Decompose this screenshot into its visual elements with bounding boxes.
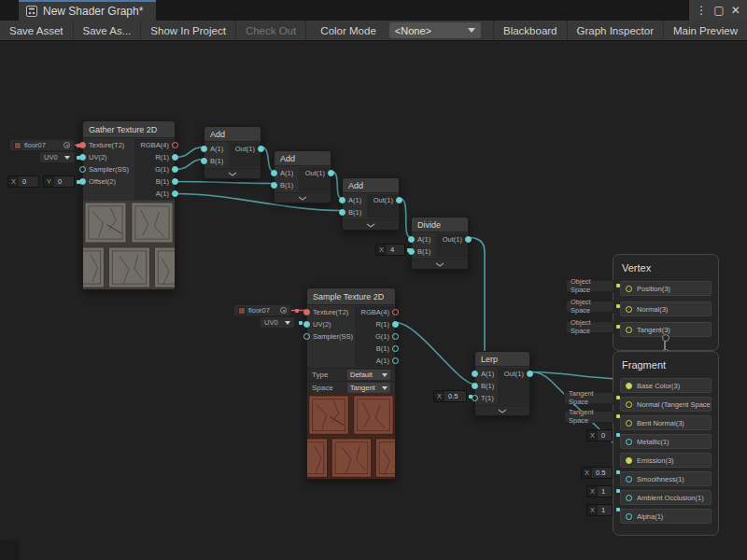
field-value[interactable]: 0: [598, 430, 612, 441]
vertex-normal-block[interactable]: Normal(3): [620, 301, 712, 316]
port-texture-input[interactable]: [303, 309, 310, 315]
port-metallic-input[interactable]: [626, 439, 632, 445]
port-position-input[interactable]: [626, 286, 632, 292]
node-divide[interactable]: Divide A(1) B(1) Out(1): [411, 217, 469, 270]
save-asset-button[interactable]: Save Asset: [0, 21, 73, 40]
port-rgba-output[interactable]: [392, 309, 399, 315]
port-uv-input[interactable]: [303, 321, 310, 328]
fragment-bent-normal-block[interactable]: Bent Normal(3): [620, 415, 712, 430]
port-a-input[interactable]: [408, 236, 415, 243]
field-value[interactable]: 4: [387, 245, 404, 255]
node-collapse-strip[interactable]: [204, 168, 261, 178]
node-collapse-strip[interactable]: [275, 192, 331, 203]
port-b-input[interactable]: [271, 182, 277, 189]
port-b-output[interactable]: [172, 178, 178, 185]
object-picker-icon[interactable]: [63, 142, 70, 148]
port-base-color-input[interactable]: [626, 383, 632, 389]
port-a-output[interactable]: [392, 357, 399, 364]
port-tangent-input[interactable]: [626, 327, 632, 333]
node-collapse-strip[interactable]: [412, 259, 468, 269]
tab-shader-graph[interactable]: New Shader Graph*: [19, 0, 156, 21]
node-lerp[interactable]: Lerp A(1) B(1) T(1) Out(1): [474, 351, 530, 416]
port-out-output[interactable]: [258, 146, 264, 152]
offset-x-field[interactable]: X 0: [7, 175, 39, 188]
metallic-field[interactable]: X 0: [586, 429, 613, 441]
port-a-input[interactable]: [472, 371, 478, 377]
port-t-input[interactable]: [472, 395, 478, 401]
ambient-occlusion-field[interactable]: X 1: [586, 485, 613, 497]
port-g-output[interactable]: [172, 166, 178, 173]
node-add-1[interactable]: Add A(1) B(1) Out(1): [204, 126, 261, 179]
port-a-input[interactable]: [271, 170, 277, 176]
smoothness-field[interactable]: X 0.5: [581, 467, 613, 479]
close-icon[interactable]: ✕: [731, 4, 740, 17]
fragment-ambient-occlusion-block[interactable]: Ambient Occlusion(1): [620, 490, 712, 505]
alpha-field[interactable]: X 1: [586, 504, 613, 516]
show-in-project-button[interactable]: Show In Project: [141, 21, 235, 40]
divide-b-field[interactable]: X 4: [375, 244, 405, 256]
main-preview-button[interactable]: Main Preview: [664, 21, 747, 40]
port-b-input[interactable]: [201, 158, 207, 164]
type-dropdown[interactable]: Default: [347, 370, 390, 380]
graph-inspector-button[interactable]: Graph Inspector: [568, 21, 663, 40]
kebab-menu-icon[interactable]: ⋮: [696, 4, 707, 17]
uv-channel-dropdown[interactable]: UV0: [39, 151, 75, 163]
uv-channel-dropdown[interactable]: UV0: [260, 316, 295, 329]
object-picker-icon[interactable]: [280, 307, 287, 314]
fragment-context-block[interactable]: Fragment Base Color(3) Normal (Tangent S…: [613, 351, 719, 536]
port-texture-input[interactable]: [79, 142, 86, 148]
field-value[interactable]: 0.5: [444, 391, 466, 401]
port-sampler-input[interactable]: [303, 333, 310, 340]
port-ambient-occlusion-input[interactable]: [626, 495, 632, 501]
port-emission-input[interactable]: [626, 457, 632, 464]
port-normal-input[interactable]: [626, 306, 632, 313]
fragment-metallic-block[interactable]: Metallic(1): [620, 434, 712, 449]
texture-object-field[interactable]: floor07: [233, 304, 291, 316]
texture-object-field[interactable]: floor07: [9, 139, 75, 151]
fragment-smoothness-block[interactable]: Smoothness(1): [620, 471, 712, 486]
port-b-input[interactable]: [472, 383, 478, 389]
blackboard-button[interactable]: Blackboard: [494, 21, 567, 40]
port-g-output[interactable]: [392, 333, 399, 340]
port-out-output[interactable]: [527, 371, 533, 377]
port-out-output[interactable]: [396, 197, 402, 203]
fragment-emission-block[interactable]: Emission(3): [620, 453, 712, 468]
color-mode-dropdown[interactable]: <None>: [389, 22, 481, 38]
lerp-t-field[interactable]: X 0.5: [433, 390, 467, 402]
port-uv-input[interactable]: [79, 154, 86, 161]
offset-y-field[interactable]: Y 0: [43, 175, 75, 188]
node-collapse-strip[interactable]: [343, 219, 399, 230]
space-dropdown[interactable]: Tangent: [347, 383, 390, 393]
vertex-position-block[interactable]: Position(3): [620, 281, 712, 296]
field-value[interactable]: 0.5: [592, 468, 612, 478]
field-value[interactable]: 1: [598, 486, 612, 497]
port-bent-normal-input[interactable]: [626, 420, 632, 427]
port-b-output[interactable]: [392, 345, 399, 352]
port-r-output[interactable]: [392, 321, 399, 328]
port-out-output[interactable]: [328, 170, 334, 176]
field-value[interactable]: 0: [19, 176, 38, 187]
port-a-input[interactable]: [339, 197, 345, 203]
port-out-output[interactable]: [465, 236, 472, 243]
node-add-3[interactable]: Add A(1) B(1) Out(1): [342, 177, 400, 231]
field-value[interactable]: 0: [54, 176, 74, 187]
port-a-output[interactable]: [172, 190, 178, 197]
port-smoothness-input[interactable]: [626, 476, 632, 483]
field-value[interactable]: 1: [598, 505, 612, 515]
maximize-icon[interactable]: ▢: [713, 4, 724, 17]
fragment-base-color-block[interactable]: Base Color(3): [620, 378, 712, 393]
fragment-alpha-block[interactable]: Alpha(1): [620, 509, 712, 524]
port-alpha-input[interactable]: [626, 513, 632, 520]
save-as-button[interactable]: Save As...: [74, 21, 141, 40]
port-rgba-output[interactable]: [172, 142, 178, 148]
node-collapse-strip[interactable]: [475, 405, 529, 415]
port-a-input[interactable]: [201, 146, 207, 152]
port-offset-input[interactable]: [79, 178, 86, 185]
port-sampler-input[interactable]: [79, 166, 86, 173]
node-add-2[interactable]: Add A(1) B(1) Out(1): [274, 150, 331, 203]
node-gather-texture-2d[interactable]: Gather Texture 2D Texture(T2) UV(2) Samp…: [82, 120, 176, 290]
fragment-normal-block[interactable]: Normal (Tangent Space)(3): [620, 397, 712, 412]
port-b-input[interactable]: [339, 209, 345, 216]
port-normal-ts-input[interactable]: [626, 401, 632, 408]
port-r-output[interactable]: [172, 154, 178, 161]
